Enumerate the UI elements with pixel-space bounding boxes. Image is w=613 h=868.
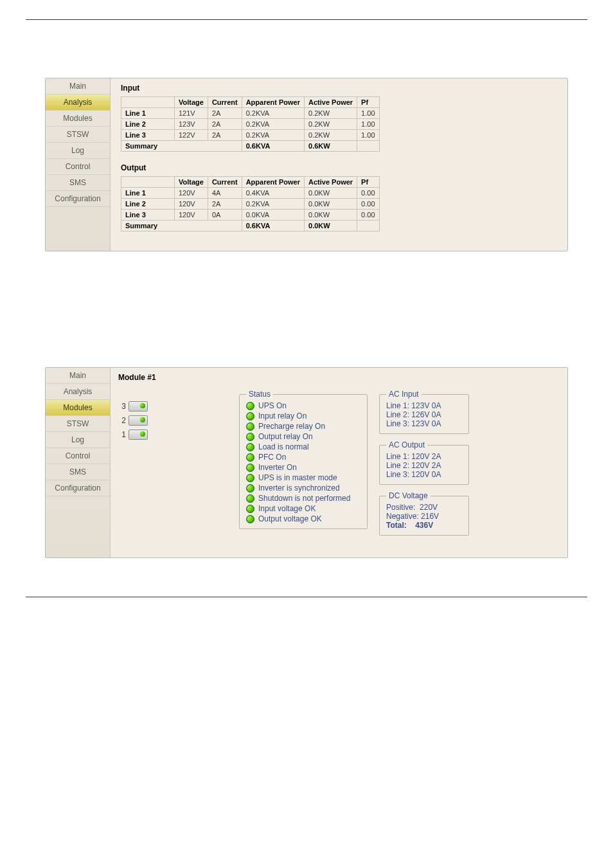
- status-text: Precharge relay On: [258, 422, 325, 431]
- dc-positive-value: 220V: [420, 503, 438, 512]
- module-slot[interactable]: 1: [118, 429, 227, 440]
- status-ok-icon: [246, 422, 254, 431]
- dc-positive: Positive: 220V: [386, 503, 462, 512]
- ac-input-group: AC Input Line 1: 123V 0ALine 2: 126V 0AL…: [379, 390, 469, 434]
- ac-output-legend: AC Output: [386, 440, 427, 449]
- cell: 0.2KVA: [242, 108, 304, 119]
- nav-item-log[interactable]: Log: [46, 143, 110, 159]
- status-item: Load is normal: [246, 442, 360, 451]
- status-ok-icon: [246, 453, 254, 462]
- cell: 0.2KW: [305, 108, 357, 119]
- modules-panel: MainAnalysisModulesSTSWLogControlSMSConf…: [45, 367, 568, 558]
- module-icon: [129, 415, 148, 426]
- col-header: Active Power: [305, 97, 357, 108]
- col-header: Current: [208, 97, 242, 108]
- nav-sidebar: MainAnalysisModulesSTSWLogControlSMSConf…: [46, 78, 111, 251]
- col-header: [121, 177, 175, 188]
- table-row: Line 1121V2A0.2KVA0.2KW1.00: [121, 108, 380, 119]
- dc-negative: Negative: 216V: [386, 512, 462, 521]
- nav-item-sms[interactable]: SMS: [46, 464, 110, 480]
- status-item: Output relay On: [246, 432, 360, 441]
- nav-item-analysis[interactable]: Analysis: [46, 384, 110, 400]
- nav-item-modules[interactable]: Modules: [46, 111, 110, 127]
- nav-item-stsw[interactable]: STSW: [46, 127, 110, 143]
- status-ok-icon: [246, 474, 254, 482]
- cell: 4A: [208, 188, 242, 199]
- status-item: UPS is in master mode: [246, 473, 360, 482]
- cell: Line 3: [121, 130, 175, 141]
- status-list: UPS OnInput relay OnPrecharge relay OnOu…: [246, 401, 360, 523]
- status-ok-icon: [246, 443, 254, 451]
- cell: 0.0KW: [305, 199, 357, 210]
- dc-negative-label: Negative:: [386, 512, 419, 521]
- cell: 2A: [208, 130, 242, 141]
- cell: 0.2KVA: [242, 199, 304, 210]
- status-text: Inverter On: [258, 463, 297, 472]
- cell: 0.00: [357, 188, 379, 199]
- nav-item-modules[interactable]: Modules: [46, 400, 110, 416]
- cell: Line 3: [121, 210, 175, 221]
- col-header: [121, 97, 175, 108]
- nav-item-analysis[interactable]: Analysis: [46, 95, 110, 111]
- module-content: Module #1 321 Status UPS OnInput relay O…: [111, 368, 567, 557]
- cell: 123V: [175, 119, 208, 130]
- cell: 0.0KVA: [242, 210, 304, 221]
- dc-total-label: Total:: [386, 521, 407, 530]
- cell: 2A: [208, 108, 242, 119]
- module-title: Module #1: [118, 373, 227, 382]
- status-ok-icon: [246, 515, 254, 523]
- module-slot[interactable]: 2: [118, 415, 227, 426]
- status-group: Status UPS OnInput relay OnPrecharge rel…: [239, 390, 368, 529]
- nav-item-log[interactable]: Log: [46, 432, 110, 448]
- cell: 121V: [175, 108, 208, 119]
- cell: 122V: [175, 130, 208, 141]
- status-text: PFC On: [258, 453, 286, 462]
- status-text: UPS On: [258, 401, 287, 410]
- summary-row: Summary0.6KVA0.6KW: [121, 141, 380, 152]
- cell: 0.2KW: [305, 130, 357, 141]
- status-text: Shutdown is not performed: [258, 494, 350, 503]
- module-slot-number: 1: [118, 430, 126, 439]
- cell: Line 2: [121, 199, 175, 210]
- cell: 120V: [175, 188, 208, 199]
- summary-row: Summary0.6KVA0.0KW: [121, 221, 380, 231]
- cell: Line 1: [121, 108, 175, 119]
- nav-item-control[interactable]: Control: [46, 159, 110, 175]
- module-slot-list: 321: [118, 401, 227, 440]
- nav-item-main[interactable]: Main: [46, 368, 110, 384]
- input-heading: Input: [121, 84, 557, 93]
- module-icon: [129, 401, 148, 411]
- nav-item-main[interactable]: Main: [46, 78, 110, 95]
- cell: 1.00: [357, 108, 379, 119]
- nav-item-stsw[interactable]: STSW: [46, 416, 110, 432]
- col-header: Pf: [357, 177, 379, 188]
- status-ok-icon: [246, 484, 254, 493]
- table-row: Line 1120V4A0.4KVA0.0KW0.00: [121, 188, 380, 199]
- line-reading: Line 3: 123V 0A: [386, 419, 462, 428]
- nav-item-sms[interactable]: SMS: [46, 175, 110, 191]
- cell: 120V: [175, 199, 208, 210]
- status-item: Precharge relay On: [246, 422, 360, 431]
- col-header: Apparent Power: [242, 177, 304, 188]
- ac-input-values: Line 1: 123V 0ALine 2: 126V 0ALine 3: 12…: [386, 401, 462, 428]
- cell: 0.00: [357, 210, 379, 221]
- cell: 2A: [208, 199, 242, 210]
- cell: 0.2KW: [305, 119, 357, 130]
- status-text: UPS is in master mode: [258, 473, 337, 482]
- dc-total-value: 436V: [415, 521, 433, 530]
- cell: 0A: [208, 210, 242, 221]
- status-item: Output voltage OK: [246, 514, 360, 523]
- input-table: VoltageCurrentApparent PowerActive Power…: [121, 96, 380, 152]
- status-legend: Status: [246, 390, 273, 399]
- module-slot[interactable]: 3: [118, 401, 227, 411]
- dc-voltage-group: DC Voltage Positive: 220V Negative: 216V…: [379, 491, 469, 536]
- nav-item-configuration[interactable]: Configuration: [46, 191, 110, 207]
- dc-negative-value: 216V: [421, 512, 439, 521]
- analysis-panel: MainAnalysisModulesSTSWLogControlSMSConf…: [45, 78, 568, 251]
- status-item: Shutdown is not performed: [246, 494, 360, 503]
- nav-item-control[interactable]: Control: [46, 448, 110, 464]
- line-reading: Line 2: 120V 2A: [386, 461, 462, 470]
- cell: 1.00: [357, 130, 379, 141]
- nav-item-configuration[interactable]: Configuration: [46, 480, 110, 496]
- cell: Line 1: [121, 188, 175, 199]
